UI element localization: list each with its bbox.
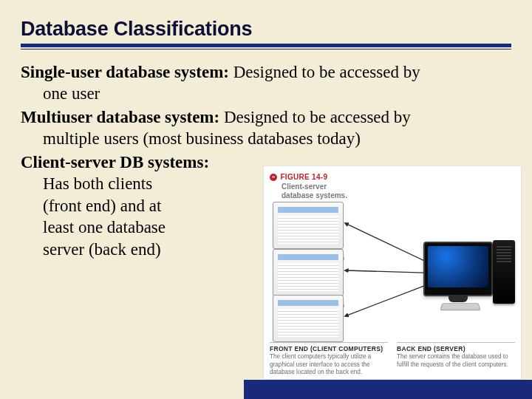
figure-subtitle-l1: Client-server — [282, 183, 327, 191]
slide-root: Database Classifications Single-user dat… — [0, 0, 532, 399]
title-block: Database Classifications — [0, 0, 532, 50]
term-desc-inline: Designed to be accessed by — [229, 63, 420, 81]
term-label: Multiuser database system: — [21, 108, 219, 126]
caption-front-end: FRONT END (CLIENT COMPUTERS) The client … — [270, 342, 388, 376]
client-monitor-icon — [273, 202, 344, 249]
figure-canvas — [267, 199, 518, 341]
caption-body: The client computers typically utilize a… — [270, 353, 388, 376]
figure-number: FIGURE 14-9 — [280, 173, 327, 181]
entry-multiuser: Multiuser database system: Designed to b… — [21, 106, 507, 150]
term-label: Single-user database system: — [21, 63, 229, 81]
client-monitor-icon — [273, 295, 344, 342]
caption-back-end: BACK END (SERVER) The server contains th… — [397, 342, 515, 376]
server-tower-icon — [493, 240, 515, 304]
entry-single-user: Single-user database system: Designed to… — [21, 61, 507, 105]
figure-header: » FIGURE 14-9 Client-server database sys… — [270, 169, 347, 200]
caption-body: The server contains the database used to… — [397, 353, 515, 369]
figure-client-server: » FIGURE 14-9 Client-server database sys… — [263, 166, 522, 380]
term-label: Client-server DB systems: — [21, 153, 209, 171]
figure-captions: FRONT END (CLIENT COMPUTERS) The client … — [270, 342, 515, 376]
caption-title: BACK END (SERVER) — [397, 342, 515, 352]
term-desc-inline: Designed to be accessed by — [219, 108, 411, 126]
term-desc-cont: one user — [21, 83, 507, 104]
title-underline — [21, 44, 511, 50]
footer-accent-bar — [244, 380, 532, 399]
keyboard-icon — [440, 303, 480, 310]
server-monitor-icon — [423, 242, 493, 296]
slide-title: Database Classifications — [21, 18, 511, 41]
client-monitor-icon — [273, 249, 344, 296]
caption-title: FRONT END (CLIENT COMPUTERS) — [270, 342, 388, 352]
figure-subtitle: Client-server database systems. — [282, 183, 347, 200]
term-desc-cont: multiple users (most business databases … — [21, 128, 507, 149]
figure-bullet-icon: » — [270, 174, 277, 181]
